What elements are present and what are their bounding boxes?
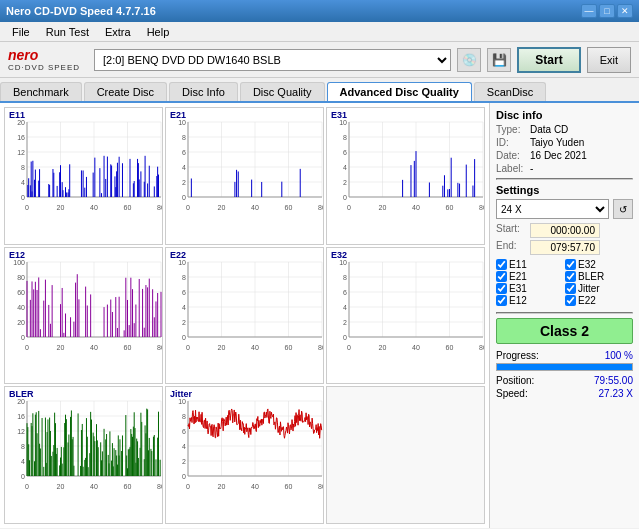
checkbox-jitter-input[interactable] [565, 283, 576, 294]
window-title: Nero CD-DVD Speed 4.7.7.16 [6, 5, 156, 17]
tab-create-disc[interactable]: Create Disc [84, 82, 167, 101]
checkbox-e31[interactable]: E31 [496, 283, 564, 294]
checkbox-jitter[interactable]: Jitter [565, 283, 633, 294]
checkbox-e31-input[interactable] [496, 283, 507, 294]
chart-e21-label: E21 [170, 110, 186, 120]
chart-e21: E21 [165, 107, 324, 245]
chart-bler: BLER [4, 386, 163, 524]
settings-title: Settings [496, 184, 633, 196]
drive-select[interactable]: [2:0] BENQ DVD DD DW1640 BSLB [94, 49, 451, 71]
progress-value: 100 % [605, 350, 633, 361]
chart-e22: E22 [165, 247, 324, 385]
chart-e32-label: E32 [331, 250, 347, 260]
disc-label-value: - [530, 163, 533, 174]
menu-help[interactable]: Help [139, 24, 178, 40]
date-label: Date: [496, 150, 526, 161]
start-time: 000:00.00 [530, 223, 600, 238]
checkbox-bler-input[interactable] [565, 271, 576, 282]
toolbar: nero CD·DVD SPEED [2:0] BENQ DVD DD DW16… [0, 42, 639, 78]
start-button[interactable]: Start [517, 47, 580, 73]
exit-button[interactable]: Exit [587, 47, 631, 73]
type-value: Data CD [530, 124, 568, 135]
progress-label: Progress: [496, 350, 539, 361]
checkbox-grid: E11 E32 E21 BLER E31 Jitter E12 E22 [496, 259, 633, 306]
maximize-button[interactable]: □ [599, 4, 615, 18]
position-label: Position: [496, 375, 534, 386]
checkbox-e11[interactable]: E11 [496, 259, 564, 270]
checkbox-bler[interactable]: BLER [565, 271, 633, 282]
id-label: ID: [496, 137, 526, 148]
menu-file[interactable]: File [4, 24, 38, 40]
save-button[interactable]: 💾 [487, 48, 511, 72]
checkbox-e11-input[interactable] [496, 259, 507, 270]
menu-run-test[interactable]: Run Test [38, 24, 97, 40]
refresh-button[interactable]: ↺ [613, 199, 633, 219]
end-label: End: [496, 240, 526, 255]
chart-jitter: Jitter [165, 386, 324, 524]
menu-extra[interactable]: Extra [97, 24, 139, 40]
chart-e31: E31 [326, 107, 485, 245]
menu-bar: File Run Test Extra Help [0, 22, 639, 42]
close-button[interactable]: ✕ [617, 4, 633, 18]
progress-bar-fill [497, 364, 632, 370]
chart-e12: E12 [4, 247, 163, 385]
drive-info-button[interactable]: 💿 [457, 48, 481, 72]
chart-e31-label: E31 [331, 110, 347, 120]
chart-e12-label: E12 [9, 250, 25, 260]
chart-e11: E11 [4, 107, 163, 245]
chart-jitter-label: Jitter [170, 389, 192, 399]
chart-empty [326, 386, 485, 524]
checkbox-e32-input[interactable] [565, 259, 576, 270]
tab-disc-info[interactable]: Disc Info [169, 82, 238, 101]
position-value: 79:55.00 [594, 375, 633, 386]
speed-value: 27.23 X [599, 388, 633, 399]
tab-advanced-disc-quality[interactable]: Advanced Disc Quality [327, 82, 472, 101]
chart-e32: E32 [326, 247, 485, 385]
checkbox-e12[interactable]: E12 [496, 295, 564, 306]
tab-scan-disc[interactable]: ScanDisc [474, 82, 546, 101]
tab-disc-quality[interactable]: Disc Quality [240, 82, 325, 101]
class-badge: Class 2 [496, 318, 633, 344]
checkbox-e22-input[interactable] [565, 295, 576, 306]
main-content: E11 E21 E31 E12 E22 E32 BLER [0, 103, 639, 528]
tab-benchmark[interactable]: Benchmark [0, 82, 82, 101]
logo-sub-text: CD·DVD SPEED [8, 63, 80, 72]
type-label: Type: [496, 124, 526, 135]
logo-nero-text: nero [8, 47, 80, 63]
checkbox-e21-input[interactable] [496, 271, 507, 282]
chart-e11-label: E11 [9, 110, 25, 120]
app-logo: nero CD·DVD SPEED [8, 47, 80, 72]
end-time: 079:57.70 [530, 240, 600, 255]
title-bar: Nero CD-DVD Speed 4.7.7.16 — □ ✕ [0, 0, 639, 22]
progress-section: Progress: 100 % Position: 79:55.00 Speed… [496, 350, 633, 399]
right-panel: Disc info Type: Data CD ID: Taiyo Yuden … [489, 103, 639, 528]
minimize-button[interactable]: — [581, 4, 597, 18]
chart-e22-label: E22 [170, 250, 186, 260]
progress-bar [496, 363, 633, 371]
start-label: Start: [496, 223, 526, 238]
checkbox-e21[interactable]: E21 [496, 271, 564, 282]
id-value: Taiyo Yuden [530, 137, 584, 148]
chart-bler-label: BLER [9, 389, 34, 399]
checkbox-e22[interactable]: E22 [565, 295, 633, 306]
checkbox-e32[interactable]: E32 [565, 259, 633, 270]
speed-label: Speed: [496, 388, 528, 399]
disc-info-title: Disc info [496, 109, 633, 121]
checkbox-e12-input[interactable] [496, 295, 507, 306]
tab-bar: Benchmark Create Disc Disc Info Disc Qua… [0, 78, 639, 103]
disc-label-label: Label: [496, 163, 526, 174]
window-controls[interactable]: — □ ✕ [581, 4, 633, 18]
charts-area: E11 E21 E31 E12 E22 E32 BLER [0, 103, 489, 528]
speed-select[interactable]: 24 X [496, 199, 609, 219]
date-value: 16 Dec 2021 [530, 150, 587, 161]
